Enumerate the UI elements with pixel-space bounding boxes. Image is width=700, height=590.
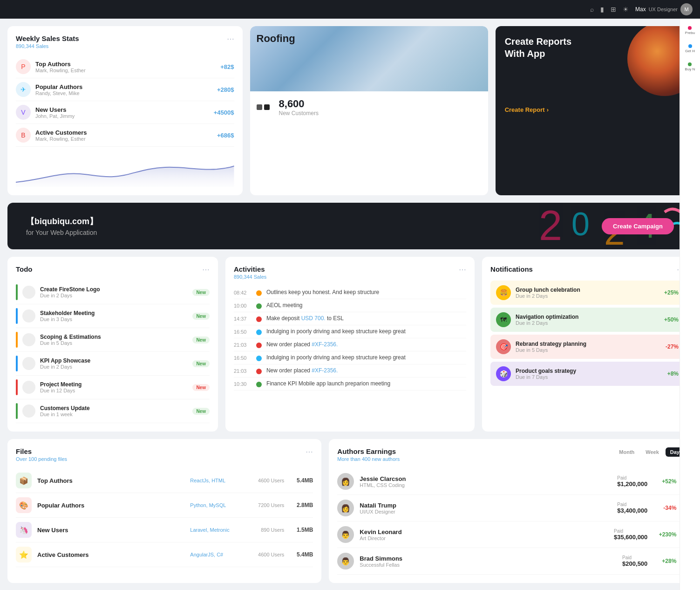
author-change: -34% xyxy=(653,505,676,511)
campaign-text: 【biqubiqu.com】 for Your Web Application xyxy=(26,216,98,236)
todo-dot xyxy=(16,308,18,324)
stat-row: B Active Customers Mark, Rowling, Esther… xyxy=(16,124,234,147)
user-profile[interactable]: Max UX Designer M xyxy=(635,3,693,15)
right-panel-item-prebu[interactable]: Prebu xyxy=(683,23,697,38)
rp-label-3: Buy N xyxy=(685,67,695,71)
file-item[interactable]: 📦 Top Authors ReactJs, HTML 4600 Users 5… xyxy=(16,468,313,493)
row-3: Todo ⋯ Create FireStone Logo Due in 2 Da… xyxy=(7,257,693,432)
options-icon[interactable]: ⋯ xyxy=(227,34,234,43)
files-title: Files xyxy=(16,447,67,455)
author-role: Successful Fellas xyxy=(360,562,617,568)
stat-icon: ✈ xyxy=(16,82,31,97)
tab-week[interactable]: Week xyxy=(641,447,664,457)
stat-value: +82$ xyxy=(220,63,234,70)
stat-sub: Randy, Steve, Mike xyxy=(35,90,217,96)
roofing-image: Roofing xyxy=(250,26,488,91)
activities-header: Activities 890,344 Sales ⋯ xyxy=(234,265,466,280)
notification-item[interactable]: 🎯 Rebrand strategy planning Due in 5 Day… xyxy=(490,335,684,359)
activity-link[interactable]: #XF-2356. xyxy=(312,341,338,348)
activities-card: Activities 890,344 Sales ⋯ 08:42 Outline… xyxy=(225,257,475,432)
notifications-card: Notifications ⋯ 🍔 Group lunch celebratio… xyxy=(482,257,693,432)
author-row[interactable]: 👨 Brad Simmons Successful Fellas Paid $2… xyxy=(337,548,684,575)
todo-name: KPI App Showcase xyxy=(40,357,188,364)
activity-dot xyxy=(256,329,262,335)
todo-badge: New xyxy=(192,313,210,320)
campaign-brand: 【biqubiqu.com】 xyxy=(26,216,98,227)
square-1 xyxy=(257,104,262,110)
notification-item[interactable]: 🍔 Group lunch celebration Due in 2 Days … xyxy=(490,281,684,305)
activity-dot xyxy=(256,382,262,387)
todo-item[interactable]: Scoping & Estimations Due in 5 Days New xyxy=(16,328,210,352)
author-paid-label: Paid xyxy=(622,555,647,560)
activity-link[interactable]: USD 700. xyxy=(301,315,326,322)
rp-dot-2 xyxy=(688,44,692,48)
author-row[interactable]: 👨 Kevin Leonard Art Director Paid $35,60… xyxy=(337,521,684,548)
new-customers-label: New Customers xyxy=(279,110,319,117)
activity-item: 16:50 Indulging in poorly driving and ke… xyxy=(234,325,466,338)
todo-badge: New xyxy=(192,408,210,415)
tab-month[interactable]: Month xyxy=(614,447,639,457)
file-item[interactable]: ⭐ Active Customers AngularJS, C# 4600 Us… xyxy=(16,542,313,567)
notif-due: Due in 7 Days xyxy=(516,374,663,380)
create-report-link[interactable]: Create Report › xyxy=(505,106,549,113)
files-header: Files Over 100 pending files ⋯ xyxy=(16,447,313,462)
todo-info: KPI App Showcase Due in 2 Days xyxy=(40,357,188,370)
todo-item[interactable]: KPI App Showcase Due in 2 Days New xyxy=(16,352,210,376)
notif-icon: 🎲 xyxy=(496,366,511,381)
file-name: Active Customers xyxy=(37,551,184,558)
todo-item[interactable]: Customers Update Due in 1 week New xyxy=(16,399,210,423)
todo-name: Customers Update xyxy=(40,405,188,412)
todo-item[interactable]: Stakeholder Meeting Due in 3 Days New xyxy=(16,304,210,328)
todo-dot xyxy=(16,379,18,395)
notif-value: +50% xyxy=(664,316,679,323)
campaign-banner: 【biqubiqu.com】 for Your Web Application … xyxy=(7,203,693,249)
author-row[interactable]: 👩 Jessie Clarcson HTML, CSS Coding Paid … xyxy=(337,468,684,495)
right-panel-item-geth[interactable]: Get H xyxy=(683,41,697,56)
author-paid: Paid $3,400,000 xyxy=(617,502,647,514)
notification-item[interactable]: 🗺 Navigation optimization Due in 2 Days … xyxy=(490,308,684,332)
grid-icon[interactable]: ⊞ xyxy=(611,6,616,13)
file-item[interactable]: 🎨 Popular Authors Python, MySQL 7200 Use… xyxy=(16,493,313,518)
todo-badge: New xyxy=(192,384,210,391)
file-item[interactable]: 🦄 New Users Laravel, Metronic 890 Users … xyxy=(16,518,313,542)
activity-list: 08:42 Outlines keep you honest. And keep… xyxy=(234,286,466,391)
right-panel-item-buyn[interactable]: Buy N xyxy=(683,60,697,74)
author-avatar: 👨 xyxy=(337,526,354,543)
notif-value: +8% xyxy=(667,370,679,377)
author-paid-label: Paid xyxy=(617,502,647,507)
notif-info: Rebrand strategy planning Due in 5 Days xyxy=(516,341,661,353)
stat-sub: Mark, Rowling, Esther xyxy=(35,136,217,142)
create-campaign-button[interactable]: Create Campaign xyxy=(602,218,674,234)
user-name: Max xyxy=(635,6,646,13)
file-users: 4600 Users xyxy=(251,552,284,557)
svg-text:0: 0 xyxy=(571,206,590,242)
activity-text: Indulging in poorly driving and keep str… xyxy=(266,328,466,335)
todo-item[interactable]: Project Meeting Due in 12 Days New xyxy=(16,376,210,399)
activity-text: New order placed #XF-2356. xyxy=(266,341,466,348)
author-avatar: 👨 xyxy=(337,553,354,569)
activities-options-icon[interactable]: ⋯ xyxy=(459,265,466,274)
todo-badge: New xyxy=(192,336,210,343)
avatar[interactable]: M xyxy=(680,3,693,15)
todo-avatar xyxy=(22,357,35,370)
notif-name: Group lunch celebration xyxy=(516,287,659,293)
brightness-icon[interactable]: ☀ xyxy=(623,6,629,13)
search-icon[interactable]: ⌕ xyxy=(590,6,594,13)
activity-link[interactable]: #XF-2356. xyxy=(312,367,338,374)
activity-text: New order placed #XF-2356. xyxy=(266,367,466,374)
files-options-icon[interactable]: ⋯ xyxy=(306,447,313,456)
author-name: Brad Simmons xyxy=(360,555,617,562)
author-row[interactable]: 👩 Natali Trump UI/UX Designer Paid $3,40… xyxy=(337,495,684,521)
notifications-header: Notifications ⋯ xyxy=(490,265,684,274)
todo-avatar xyxy=(22,286,35,299)
todo-info: Scoping & Estimations Due in 5 Days xyxy=(40,334,188,346)
user-role: UX Designer xyxy=(649,7,678,12)
stat-name: New Users xyxy=(35,106,214,113)
weekly-stats-title: Weekly Sales Stats xyxy=(16,34,79,42)
file-size: 5.4MB xyxy=(290,551,313,558)
notification-item[interactable]: 🎲 Product goals strategy Due in 7 Days +… xyxy=(490,362,684,386)
todo-item[interactable]: Create FireStone Logo Due in 2 Days New xyxy=(16,281,210,304)
todo-options-icon[interactable]: ⋯ xyxy=(202,265,210,274)
todo-header: Todo ⋯ xyxy=(16,265,210,274)
author-avatar: 👩 xyxy=(337,473,354,490)
